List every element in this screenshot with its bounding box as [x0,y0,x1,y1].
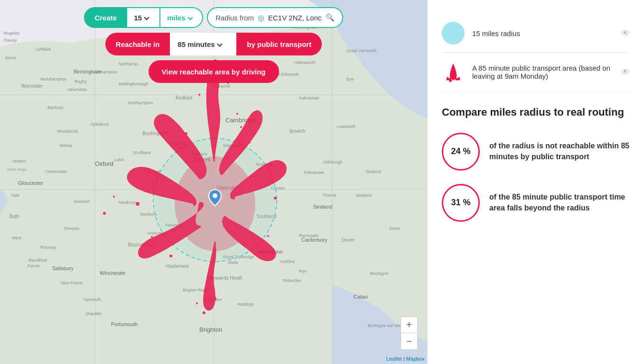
svg-text:Sealand: Sealand [356,193,372,198]
svg-text:Basingstoke: Basingstoke [128,242,154,247]
transport-visibility-toggle[interactable]: 👁 [621,67,630,77]
svg-text:Wolvhampton: Wolvhampton [40,77,66,82]
svg-text:Rugeley: Rugeley [4,31,20,36]
location-value: EC1V 2NZ, Lonc [268,14,322,22]
driving-button-row: View reachable area by driving [149,60,279,83]
svg-text:Haverhill: Haverhill [214,84,230,89]
svg-text:Dover: Dover [342,237,355,243]
number-select[interactable]: 15 [127,7,160,28]
svg-text:Brighton: Brighton [199,326,222,333]
mapbox-link[interactable]: Mapbox [406,356,425,362]
stat-circle-1: 24 % [442,133,480,171]
svg-text:Yate: Yate [11,193,19,198]
top-controls-row: Create 15 miles Radius from ◎ EC1V 2NZ, … [84,7,343,28]
svg-text:Thanet: Thanet [323,193,336,198]
stat-description-2: of the 85 minute public transport time a… [489,192,630,213]
create-button[interactable]: Create [84,7,127,28]
radius-from-group[interactable]: Radius from ◎ EC1V 2NZ, Lonc 🔍 [207,7,343,28]
stat-circle-2: 31 % [442,184,480,222]
stat-description-1: of the radius is not reachable within 85… [489,141,630,162]
number-value: 15 [134,14,142,22]
chevron-down-icon3 [218,40,222,48]
svg-text:Petworth: Petworth [165,223,182,228]
svg-text:Bognor Regis: Bognor Regis [183,288,209,292]
svg-text:Wells: Wells [228,260,238,265]
svg-text:Felixstowe: Felixstowe [299,96,319,100]
svg-text:Forum: Forum [28,264,40,268]
compare-section: Compare miles radius to real routing 24 … [442,106,630,222]
svg-text:Ramsgate: Ramsgate [299,233,318,238]
zoom-out-button[interactable]: − [401,333,417,349]
svg-text:Maidstone: Maidstone [259,249,283,255]
svg-text:Ashford: Ashford [280,259,295,264]
svg-text:Stortford: Stortford [194,157,210,162]
minutes-select[interactable]: 85 minutes [170,33,236,55]
svg-text:Davaly: Davaly [4,38,17,43]
svg-text:Newbury: Newbury [140,212,157,217]
svg-text:Haslemere: Haslemere [166,264,189,269]
svg-text:Stansted: Stansted [223,143,240,148]
svg-text:Oxford: Oxford [95,160,113,167]
svg-text:Halesworth: Halesworth [294,60,316,65]
svg-text:Sealand: Sealand [365,169,381,174]
svg-text:Wellingborough: Wellingborough [119,82,148,86]
svg-text:Rugby: Rugby [75,79,87,84]
svg-text:Witney: Witney [59,143,73,148]
svg-text:Sealand: Sealand [313,204,332,209]
svg-text:Bedford: Bedford [176,95,192,100]
svg-text:Lichfield: Lichfield [35,47,51,52]
radius-visibility-toggle[interactable]: 👁 [621,28,630,38]
leaflet-link[interactable]: Leaflet [386,356,402,362]
svg-text:Northamp...: Northamp... [119,62,141,66]
svg-text:Wotton: Wotton [13,159,26,164]
svg-text:Cirencester: Cirencester [45,169,67,174]
svg-text:Rye: Rye [299,269,307,273]
svg-text:Athersone: Athersone [67,87,87,92]
svg-text:Haywards Heath: Haywards Heath [207,275,243,281]
svg-text:Andover: Andover [147,231,163,236]
map-attribution: Leaflet | Mapbox [386,356,425,362]
svg-text:Salisbury: Salisbury [52,265,74,271]
svg-text:Romsey: Romsey [40,245,56,250]
svg-text:Hastings: Hastings [237,302,254,307]
svg-text:Mere: Mere [12,236,22,240]
zoom-controls: + − [401,317,418,350]
transport-controls-row: Reachable in 85 minutes by public transp… [105,33,322,55]
transport-legend-icon [442,61,465,83]
right-panel: 15 miles radius 👁 A 85 minute public tra… [427,0,644,364]
svg-text:Devizes: Devizes [64,226,80,231]
miles-select[interactable]: miles [160,7,203,28]
minutes-value: 85 minutes [177,40,215,48]
svg-text:Braintree: Braintree [256,162,274,167]
map-container: Birmingham Worcester Gloucester Bath Sal… [0,0,427,364]
svg-text:Portsmouth: Portsmouth [111,321,138,327]
radius-legend-label: 15 miles radius [472,29,614,37]
svg-text:Luton: Luton [114,157,125,162]
svg-text:Winchester: Winchester [100,270,126,276]
svg-text:Boulogne-sur-Mer: Boulogne-sur-Mer [368,323,402,328]
svg-point-122 [449,79,452,82]
svg-text:Cambridge: Cambridge [225,117,256,124]
stat-row-1: 24 % of the radius is not reachable with… [442,133,630,171]
svg-text:Boulogne: Boulogne [370,271,388,276]
zoom-in-button[interactable]: + [401,317,417,333]
radius-legend-icon [442,22,465,45]
svg-text:Aldeburgh: Aldeburgh [323,160,342,164]
svg-text:Blandford: Blandford [28,258,47,263]
svg-text:Aylesbury: Aylesbury [90,122,109,127]
view-driving-button[interactable]: View reachable area by driving [149,60,279,83]
svg-text:Southend: Southend [256,214,277,219]
svg-text:Tenterden: Tenterden [282,278,301,283]
search-icon: 🔍 [326,13,335,22]
location-icon: ◎ [258,13,264,22]
svg-text:Buckingham: Buckingham [142,131,168,136]
compare-title: Compare miles radius to real routing [442,106,630,119]
svg-text:Hailsham: Hailsham [204,297,222,302]
svg-text:Bath: Bath [9,214,19,219]
svg-text:Felixstowe: Felixstowe [304,170,324,175]
svg-text:Eye: Eye [346,77,354,82]
radius-from-label: Radius from [215,14,254,22]
svg-text:Shanklin: Shanklin [85,311,102,316]
by-transport-label: by public transport [236,33,322,55]
svg-text:Royal Tunbridge: Royal Tunbridge [223,255,254,259]
